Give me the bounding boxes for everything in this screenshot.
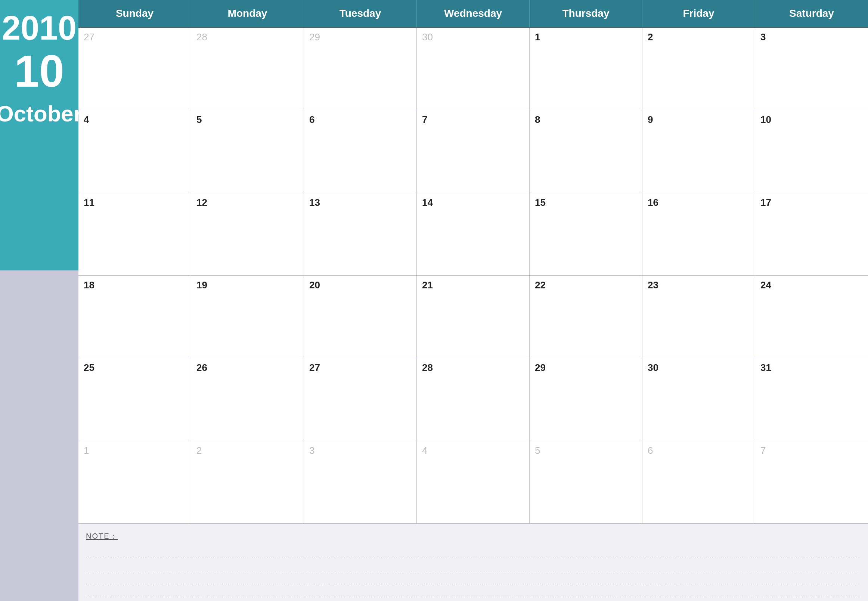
- day-cell[interactable]: 3: [304, 441, 417, 524]
- day-cell[interactable]: 19: [191, 276, 304, 358]
- day-number: 5: [535, 445, 540, 456]
- day-cell[interactable]: 11: [78, 193, 191, 276]
- day-cell[interactable]: 13: [304, 193, 417, 276]
- day-number: 13: [309, 197, 320, 208]
- day-number: 23: [648, 279, 659, 291]
- day-cell[interactable]: 7: [755, 441, 868, 524]
- notes-label: NOTE：: [86, 531, 860, 541]
- day-number: 30: [648, 362, 659, 373]
- day-number: 21: [422, 279, 433, 291]
- day-cell[interactable]: 4: [78, 110, 191, 193]
- day-cell[interactable]: 12: [191, 193, 304, 276]
- day-number: 2: [197, 445, 202, 456]
- day-number: 29: [535, 362, 546, 373]
- day-cell[interactable]: 1: [529, 27, 642, 110]
- calendar-grid: SundayMondayTuesdayWednesdayThursdayFrid…: [78, 0, 868, 524]
- day-cell[interactable]: 8: [529, 110, 642, 193]
- notes-line-2: [86, 558, 860, 571]
- day-cell[interactable]: 15: [529, 193, 642, 276]
- day-number: 17: [760, 197, 771, 208]
- day-number: 4: [84, 114, 89, 125]
- day-cell[interactable]: 20: [304, 276, 417, 358]
- day-number: 1: [535, 31, 540, 43]
- day-number: 5: [197, 114, 202, 125]
- main-area: SundayMondayTuesdayWednesdayThursdayFrid…: [78, 0, 868, 601]
- day-cell[interactable]: 3: [755, 27, 868, 110]
- day-cell[interactable]: 1: [78, 441, 191, 524]
- day-number: 29: [309, 31, 320, 43]
- calendar-page: 2010 10 October SundayMondayTuesdayWedne…: [0, 0, 868, 601]
- day-number: 14: [422, 197, 433, 208]
- month-name-label: October: [0, 101, 82, 127]
- day-cell[interactable]: 30: [642, 358, 755, 441]
- header-cell-tuesday: Tuesday: [304, 0, 417, 27]
- day-cell[interactable]: 31: [755, 358, 868, 441]
- day-cell[interactable]: 27: [78, 27, 191, 110]
- day-cell[interactable]: 22: [529, 276, 642, 358]
- day-cell[interactable]: 26: [191, 358, 304, 441]
- day-cell[interactable]: 21: [417, 276, 529, 358]
- day-cell[interactable]: 14: [417, 193, 529, 276]
- day-number: 3: [760, 31, 766, 43]
- day-number: 8: [535, 114, 540, 125]
- day-number: 24: [760, 279, 771, 291]
- header-row: SundayMondayTuesdayWednesdayThursdayFrid…: [78, 0, 868, 27]
- header-cell-thursday: Thursday: [529, 0, 642, 27]
- header-cell-monday: Monday: [191, 0, 304, 27]
- day-number: 6: [309, 114, 314, 125]
- day-cell[interactable]: 2: [642, 27, 755, 110]
- day-cell[interactable]: 25: [78, 358, 191, 441]
- day-number: 7: [422, 114, 427, 125]
- day-number: 15: [535, 197, 546, 208]
- day-cell[interactable]: 10: [755, 110, 868, 193]
- day-cell[interactable]: 4: [417, 441, 529, 524]
- day-number: 27: [309, 362, 320, 373]
- day-cell[interactable]: 6: [304, 110, 417, 193]
- notes-line-1: [86, 545, 860, 558]
- day-number: 7: [760, 445, 766, 456]
- day-cell[interactable]: 28: [417, 358, 529, 441]
- day-cell[interactable]: 16: [642, 193, 755, 276]
- day-cell[interactable]: 2: [191, 441, 304, 524]
- day-number: 28: [197, 31, 207, 43]
- day-number: 30: [422, 31, 433, 43]
- day-cell[interactable]: 17: [755, 193, 868, 276]
- days-grid: 2728293012345678910111213141516171819202…: [78, 27, 868, 524]
- day-cell[interactable]: 28: [191, 27, 304, 110]
- day-number: 28: [422, 362, 433, 373]
- header-cell-wednesday: Wednesday: [417, 0, 529, 27]
- day-number: 9: [648, 114, 653, 125]
- day-number: 20: [309, 279, 320, 291]
- day-number: 3: [309, 445, 314, 456]
- day-number: 10: [760, 114, 771, 125]
- day-number: 11: [84, 197, 95, 208]
- day-number: 27: [84, 31, 95, 43]
- notes-line-3: [86, 571, 860, 584]
- sidebar: 2010 10 October: [0, 0, 78, 601]
- day-cell[interactable]: 30: [417, 27, 529, 110]
- month-number-label: 10: [14, 49, 64, 93]
- day-number: 18: [84, 279, 95, 291]
- calendar-container: 2010 10 October SundayMondayTuesdayWedne…: [0, 0, 868, 601]
- day-cell[interactable]: 5: [191, 110, 304, 193]
- day-number: 12: [197, 197, 207, 208]
- header-cell-friday: Friday: [642, 0, 755, 27]
- day-cell[interactable]: 6: [642, 441, 755, 524]
- day-cell[interactable]: 7: [417, 110, 529, 193]
- header-cell-sunday: Sunday: [78, 0, 191, 27]
- year-label: 2010: [2, 11, 76, 45]
- header-cell-saturday: Saturday: [755, 0, 868, 27]
- day-cell[interactable]: 29: [304, 27, 417, 110]
- day-cell[interactable]: 24: [755, 276, 868, 358]
- day-cell[interactable]: 9: [642, 110, 755, 193]
- day-number: 1: [84, 445, 89, 456]
- day-cell[interactable]: 18: [78, 276, 191, 358]
- day-cell[interactable]: 29: [529, 358, 642, 441]
- day-cell[interactable]: 23: [642, 276, 755, 358]
- day-number: 25: [84, 362, 95, 373]
- day-number: 19: [197, 279, 207, 291]
- day-cell[interactable]: 5: [529, 441, 642, 524]
- day-cell[interactable]: 27: [304, 358, 417, 441]
- day-number: 31: [760, 362, 771, 373]
- notes-line-4: [86, 584, 860, 597]
